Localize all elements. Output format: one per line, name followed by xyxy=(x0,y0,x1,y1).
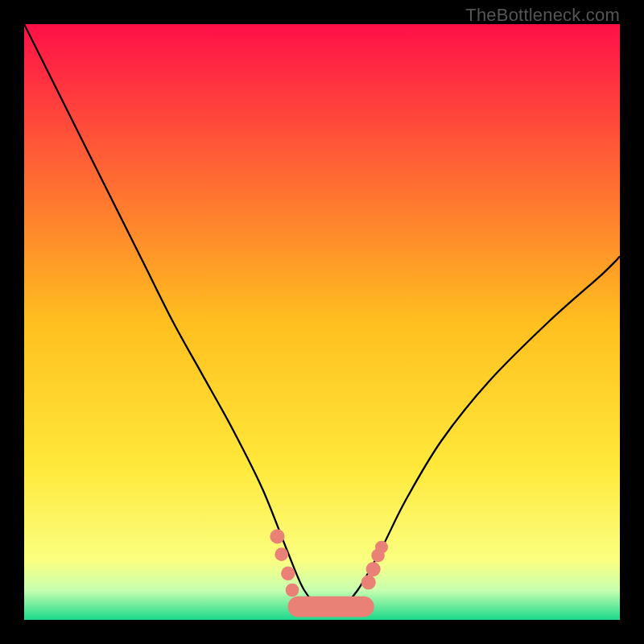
marker-dot xyxy=(275,547,288,561)
marker-dot xyxy=(375,541,388,554)
marker-dot xyxy=(361,575,376,589)
marker-dot xyxy=(286,584,299,597)
gradient-background xyxy=(24,24,620,620)
watermark-text: TheBottleneck.com xyxy=(465,5,620,26)
bottleneck-chart xyxy=(24,24,620,620)
chart-frame: TheBottleneck.com xyxy=(0,0,644,644)
marker-dot xyxy=(366,562,381,576)
marker-dot xyxy=(270,529,284,543)
marker-dot xyxy=(281,567,295,580)
plot-area xyxy=(24,24,620,620)
